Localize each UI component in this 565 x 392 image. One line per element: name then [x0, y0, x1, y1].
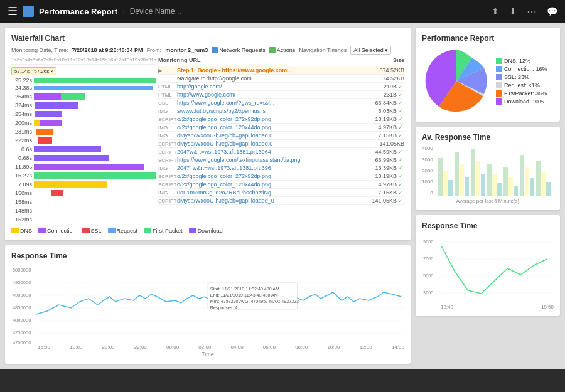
- svg-text:5000000: 5000000: [13, 267, 31, 273]
- url-col-header: Monitoring URL: [158, 57, 200, 63]
- svg-text:4850000: 4850000: [13, 305, 31, 310]
- svg-text:4750000: 4750000: [13, 330, 31, 336]
- waterfall-bar-row: 7.09s: [11, 181, 156, 188]
- url-row: Navigate to 'http://google.com' 374.52KB: [158, 75, 404, 83]
- url-row: IMG dMysb/WxooU-hJeg/cb=gapi.loaded.0 7.…: [158, 132, 404, 140]
- response-time-x-axis-label: Time: [11, 351, 404, 358]
- svg-text:3000: 3000: [423, 290, 433, 295]
- download-icon[interactable]: ⬇: [509, 6, 517, 16]
- pie-legend: DNS: 12% Connection: 16% SSL: 23% Reques…: [496, 58, 547, 105]
- url-row: IMG 0oF1mAmrGg9d2oZRBcPhocbnztiNg 7.15KB…: [158, 189, 404, 197]
- monitoring-date-label: Monitoring Date, Time:: [11, 47, 68, 53]
- svg-text:MIN: 4757220  AVG: 4704957  MA: MIN: 4757220 AVG: 4704957 MAX: 4927223: [210, 299, 299, 304]
- svg-text:7000: 7000: [423, 257, 433, 262]
- svg-text:4950000: 4950000: [13, 280, 31, 285]
- url-row: SCRIPT 2047w&rt=wsr.1973.aft.1381.prt.39…: [158, 148, 404, 156]
- waterfall-bar-row: 254ms: [11, 110, 156, 118]
- waterfall-bar-row: 254ms: [11, 93, 156, 100]
- url-row: ▶ Step 1: Google - https://www.google.co…: [158, 66, 404, 75]
- av-response-x-label: Average per last 5 Minute(s): [422, 198, 554, 204]
- url-row: SCRIPT o/2x/googlelogo_color_272x92dp.pn…: [158, 115, 404, 124]
- dropdown-all-selected[interactable]: All Selected ▾: [350, 46, 391, 55]
- waterfall-bar-row: 150ms: [11, 189, 156, 197]
- waterfall-bar-row: 152ms: [11, 216, 156, 223]
- waterfall-title: Waterfall Chart: [11, 34, 404, 43]
- url-row: SCRIPT dMysb/WxooU-hJeg/cb=gapi.loaded_0…: [158, 197, 404, 205]
- selected-range-badge[interactable]: 57.14s - 57.26s ×: [11, 67, 56, 75]
- waterfall-bar-row: 222ms: [11, 137, 156, 144]
- right-col: Performance Report: [416, 28, 560, 364]
- svg-text:Start:   11/21/2019 11:32:40.4: Start: 11/21/2019 11:32:40.480 AM: [210, 286, 279, 292]
- url-row: IMG o/2x/googlelogo_color_120x44do.png 4…: [158, 124, 404, 132]
- hamburger-icon[interactable]: ☰: [8, 4, 18, 18]
- url-row: IMG s/www.fut.by/scripts/by2/xpemius.js …: [158, 107, 404, 115]
- svg-text:4800000: 4800000: [13, 317, 31, 323]
- av-response-y-labels: 4000 3000 2000 1000 0: [422, 146, 434, 196]
- waterfall-bar-row: 231ms: [11, 128, 156, 135]
- svg-text:End:    11/21/2019 11:43:40.48: End: 11/21/2019 11:43:40.480 AM: [210, 292, 278, 298]
- monitoring-date-value: 7/28/2018 at 9:28:48:34 PM: [72, 47, 143, 53]
- waterfall-panel: Waterfall Chart Monitoring Date, Time: 7…: [5, 28, 411, 240]
- more-icon[interactable]: ⋯: [527, 6, 537, 18]
- url-row: SCRIPT https://www.google.com/textinputa…: [158, 156, 404, 164]
- response-time-left-panel: Response Time 5000000 4950000 4900000 48…: [5, 245, 411, 364]
- url-row: HTML http://google.com/ 219B ✓: [158, 83, 404, 91]
- url-row: SCRIPT o/2x/googlelogo_color_272x92dp.pn…: [158, 172, 404, 181]
- url-row: CSS https://www.google.com/?gws_rd=ssl..…: [158, 99, 404, 107]
- size-col-header: Size: [393, 57, 404, 63]
- waterfall-bar-row: 0.68s: [11, 154, 156, 162]
- url-row: IMG 2047_w&rt=wsr.1973.aft.1381.prt.396 …: [158, 164, 404, 172]
- url-row: SCRIPT dMysb/WxooU-hJeg/cb=gapi.loaded.0…: [158, 140, 404, 148]
- nav-timings-label: Navigation Timings: [299, 47, 347, 53]
- waterfall-url-table: Monitoring URL Size ▶ Step 1: Google - h…: [158, 57, 404, 225]
- device-name[interactable]: Device Name...: [130, 7, 181, 16]
- waterfall-bar-row: 324ms: [11, 102, 156, 109]
- url-row: SCRIPT o/2x/googlelogo_color_120x44do.pn…: [158, 181, 404, 189]
- topbar-right-icons: ⬆ ⬇ ⋯ 💬: [492, 6, 557, 18]
- response-time-right-title: Response Time: [422, 221, 554, 230]
- url-row: HTML http://www.google.com/ 231B ✓: [158, 91, 404, 99]
- waterfall-bar-row: 148ms: [11, 207, 156, 215]
- av-response-chart: [436, 146, 554, 196]
- response-time-left-title: Response Time: [11, 252, 404, 260]
- topbar: ☰ Performance Report › Device Name... ⬆ …: [0, 0, 565, 23]
- waterfall-bar-row: 200ms: [11, 119, 156, 127]
- av-response-title: Av. Response Time: [422, 133, 554, 142]
- waterfall-bar-row: 15.27s: [11, 172, 156, 179]
- page-title: Performance Report: [39, 7, 117, 16]
- response-time-right-chart: 9000 7000 5000 3000 13:40 19:50: [422, 234, 554, 310]
- waterfall-bar-row: 11.89s: [11, 163, 156, 171]
- waterfall-legend: DNS Connection SSL Request First Packet: [11, 228, 404, 234]
- svg-text:4900000: 4900000: [13, 292, 31, 298]
- waterfall-bar-row: 158ms: [11, 198, 156, 206]
- svg-text:Responses: 4: Responses: 4: [210, 305, 237, 310]
- waterfall-bar-row: 0.6s: [11, 146, 156, 153]
- svg-text:9000: 9000: [423, 240, 433, 245]
- perf-report-title: Performance Report: [422, 34, 554, 43]
- from-value: monitor 2_rum3: [165, 47, 208, 53]
- chat-icon[interactable]: 💬: [547, 6, 557, 16]
- response-time-left-chart: 5000000 4950000 4900000 4850000 4800000 …: [11, 264, 404, 358]
- svg-text:5000: 5000: [423, 273, 433, 278]
- pie-chart: [422, 46, 491, 115]
- response-time-right-panel: Response Time 9000 7000 5000 3000: [416, 215, 560, 316]
- cb-network[interactable]: Network Requests: [212, 47, 266, 53]
- breadcrumb-separator: ›: [122, 8, 125, 15]
- share-icon[interactable]: ⬆: [492, 6, 499, 16]
- app-logo: [23, 6, 34, 17]
- av-response-time-panel: Av. Response Time 4000 3000 2000 1000 0: [416, 127, 560, 210]
- waterfall-bars-area: 1s2s3s4s 5s6s7s8s 9s10s11s12s 13s14s15s1…: [11, 57, 156, 225]
- from-label: From:: [147, 47, 162, 53]
- svg-text:4700000: 4700000: [13, 340, 31, 346]
- performance-report-pie-panel: Performance Report: [416, 28, 560, 122]
- cb-actions[interactable]: Actions: [269, 47, 296, 53]
